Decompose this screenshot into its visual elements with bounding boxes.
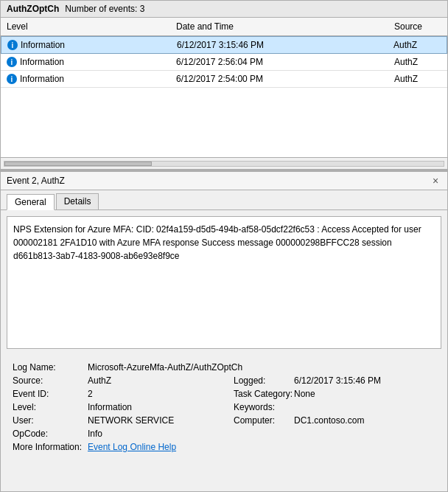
event-source-text: AuthZ xyxy=(393,40,417,50)
event-source-text: AuthZ xyxy=(394,57,418,67)
tab-general-label: General xyxy=(15,197,46,207)
title-name: AuthZOptCh xyxy=(7,4,59,14)
message-text: NPS Extension for Azure MFA: CID: 02f4a1… xyxy=(13,224,421,261)
info-icon: i xyxy=(7,74,17,84)
computer-label: Computer: xyxy=(228,415,294,426)
close-button[interactable]: × xyxy=(430,175,441,187)
panel-title-bar: Event 2, AuthZ × xyxy=(1,172,447,190)
eventid-value: 2 xyxy=(88,389,228,399)
info-icon: i xyxy=(7,40,18,50)
opcode-value: Info xyxy=(88,429,441,439)
event-datetime-cell: 6/12/2017 2:56:04 PM xyxy=(170,55,388,69)
level-label: Level: xyxy=(7,402,88,412)
detail-row-opcode: OpCode: Info xyxy=(7,427,441,440)
computer-value: DC1.contoso.com xyxy=(294,415,441,426)
event-level-cell: i Information xyxy=(1,55,170,69)
event-table: Level Date and Time Source i Information… xyxy=(1,18,447,88)
event-datetime-cell: 6/12/2017 2:54:00 PM xyxy=(170,72,388,86)
tab-general[interactable]: General xyxy=(7,194,55,210)
event-level-text: Information xyxy=(21,40,65,50)
top-panel: AuthZOptCh Number of events: 3 Level Dat… xyxy=(0,0,448,170)
event-source-cell: AuthZ xyxy=(388,55,447,69)
tabs-container: General Details xyxy=(1,190,447,210)
event-log-online-help-link[interactable]: Event Log Online Help xyxy=(88,442,441,452)
user-label: User: xyxy=(7,415,88,426)
opcode-label: OpCode: xyxy=(7,429,88,439)
moreinfo-label: More Information: xyxy=(7,442,88,452)
event-row[interactable]: i Information 6/12/2017 2:54:00 PM AuthZ xyxy=(1,71,447,88)
detail-row-level-keywords: Level: Information Keywords: xyxy=(7,401,441,414)
bottom-panel: Event 2, AuthZ × General Details NPS Ext… xyxy=(0,170,448,492)
event-level-cell: i Information xyxy=(1,72,170,86)
panel-title: Event 2, AuthZ xyxy=(7,176,65,186)
detail-row-user-computer: User: NETWORK SERVICE Computer: DC1.cont… xyxy=(7,414,441,427)
taskcategory-value: None xyxy=(294,389,441,399)
event-source-text: AuthZ xyxy=(394,74,418,84)
logged-label: Logged: xyxy=(228,375,294,386)
tab-details[interactable]: Details xyxy=(56,193,99,209)
title-bar: AuthZOptCh Number of events: 3 xyxy=(1,1,447,18)
horizontal-scrollbar[interactable] xyxy=(1,157,447,169)
event-level-text: Information xyxy=(20,57,64,67)
user-value: NETWORK SERVICE xyxy=(88,415,228,426)
message-box: NPS Extension for Azure MFA: CID: 02f4a1… xyxy=(7,216,441,349)
taskcategory-label: Task Category: xyxy=(228,389,294,399)
event-source-cell: AuthZ xyxy=(388,72,447,86)
keywords-label: Keywords: xyxy=(228,402,294,412)
detail-row-eventid-taskcategory: Event ID: 2 Task Category: None xyxy=(7,387,441,401)
details-section: Log Name: Microsoft-AzureMfa-AuthZ/AuthZ… xyxy=(7,358,441,457)
event-datetime-text: 6/12/2017 2:54:00 PM xyxy=(176,74,263,84)
source-label: Source: xyxy=(7,375,88,386)
source-value: AuthZ xyxy=(88,375,228,386)
event-datetime-text: 6/12/2017 3:15:46 PM xyxy=(177,40,264,50)
logged-value: 6/12/2017 3:15:46 PM xyxy=(294,375,441,386)
event-row[interactable]: i Information 6/12/2017 3:15:46 PM AuthZ xyxy=(1,36,447,54)
event-row[interactable]: i Information 6/12/2017 2:56:04 PM AuthZ xyxy=(1,54,447,71)
event-datetime-text: 6/12/2017 2:56:04 PM xyxy=(176,57,263,67)
title-count: Number of events: 3 xyxy=(65,4,144,14)
detail-row-source-logged: Source: AuthZ Logged: 6/12/2017 3:15:46 … xyxy=(7,374,441,387)
event-datetime-cell: 6/12/2017 3:15:46 PM xyxy=(171,38,388,52)
col-level: Level xyxy=(1,20,170,33)
scrollbar-thumb[interactable] xyxy=(4,162,152,166)
detail-row-logname: Log Name: Microsoft-AzureMfa-AuthZ/AuthZ… xyxy=(7,361,441,374)
detail-row-moreinfo: More Information: Event Log Online Help xyxy=(7,440,441,454)
scrollbar-track[interactable] xyxy=(4,161,444,167)
logname-value: Microsoft-AzureMfa-AuthZ/AuthZOptCh xyxy=(88,362,441,373)
col-source: Source xyxy=(388,20,447,33)
event-level-text: Information xyxy=(20,74,64,84)
event-table-header: Level Date and Time Source xyxy=(1,18,447,36)
level-value: Information xyxy=(88,402,228,412)
logname-label: Log Name: xyxy=(7,362,88,373)
col-datetime: Date and Time xyxy=(170,20,388,33)
tab-details-label: Details xyxy=(64,196,91,207)
info-icon: i xyxy=(7,57,17,67)
event-source-cell: AuthZ xyxy=(388,38,447,52)
event-level-cell: i Information xyxy=(1,38,171,52)
eventid-label: Event ID: xyxy=(7,389,88,399)
